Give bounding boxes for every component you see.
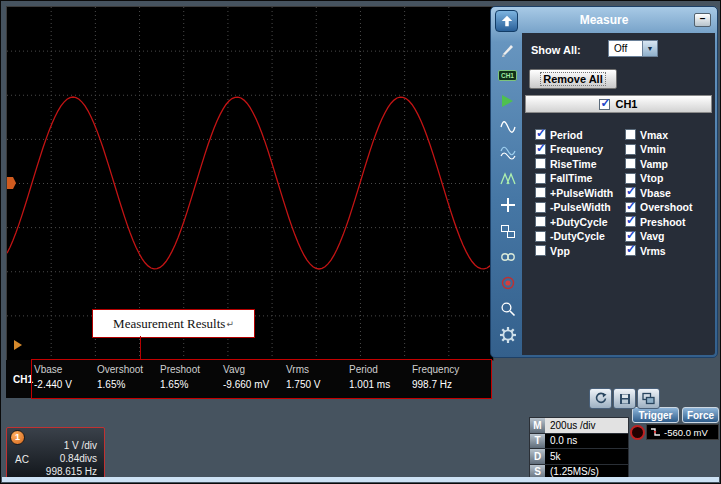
timebase-row[interactable]: M 200us /div [530,418,628,434]
scope-graticule [7,7,493,360]
checkbox[interactable] [535,129,546,140]
measure-option-frequency[interactable]: Frequency [535,144,613,155]
measurement-results-bar: CH1 Vbase -2.440 V Overshoot 1.65% Presh… [6,360,492,398]
measure-option-minus-pulsewidth[interactable]: -PulseWidth [535,202,613,213]
return-mark: ↵ [226,319,234,329]
checkbox[interactable] [535,216,546,227]
checkbox[interactable] [625,216,636,227]
checkbox[interactable] [535,144,546,155]
measurement-value: 1.65% [97,379,160,390]
zoom-waveform-icon[interactable] [497,298,519,320]
measure-option-vpp[interactable]: Vpp [535,245,613,256]
measurement-column: Vavg -9.660 mV [223,364,286,390]
trigger-position-marker[interactable] [14,340,22,350]
measure-options-list: Period Frequency RiseTime FallTime +Puls… [522,129,715,279]
waveform-icon[interactable] [497,116,519,138]
link-icon[interactable] [497,246,519,268]
move-crosshair-icon[interactable] [497,194,519,216]
measure-panel-content: Show All: Off Remove All CH1 Period Freq… [522,33,715,355]
channel-1-badge: 1 [10,430,25,445]
annotation-label: Measurement Results [113,316,225,332]
measure-option-risetime[interactable]: RiseTime [535,158,613,169]
export-window-icon[interactable] [637,388,660,409]
measure-options-left-column: Period Frequency RiseTime FallTime +Puls… [535,129,613,256]
window-bottom-edge [2,477,719,482]
math-waveform-icon[interactable] [497,142,519,164]
checkbox[interactable] [625,158,636,169]
scope-display [6,6,494,361]
channel-1-icon[interactable]: CH1 [497,64,519,86]
checkbox[interactable] [535,173,546,184]
checkbox[interactable] [535,158,546,169]
auto-settings-icon[interactable] [589,388,612,409]
measure-option-overshoot[interactable]: Overshoot [625,202,693,213]
measurement-column: Vrms 1.750 V [286,364,349,390]
measure-option-vrms[interactable]: Vrms [625,245,693,256]
checkbox[interactable] [535,187,546,198]
channel-position-marker[interactable] [7,177,16,189]
checkbox[interactable] [535,202,546,213]
measurement-value: 998.7 Hz [412,379,475,390]
settings-gear-icon[interactable] [497,324,519,346]
measure-panel: Measure – CH1 [490,6,718,358]
minimize-button[interactable]: – [694,13,711,27]
measure-option-vbase[interactable]: Vbase [625,187,693,198]
force-button[interactable]: Force [682,407,719,423]
measure-option-plus-pulsewidth[interactable]: +PulseWidth [535,187,613,198]
falling-edge-icon [650,426,661,438]
show-all-select[interactable]: Off [608,40,658,57]
checkbox[interactable] [625,129,636,140]
measurement-name: Frequency [412,364,475,375]
measure-option-plus-dutycycle[interactable]: +DutyCycle [535,216,613,227]
checkbox[interactable] [625,187,636,198]
measurement-value: -9.660 mV [223,379,286,390]
cursor-icon[interactable] [497,90,519,112]
trigger-button[interactable]: Trigger [632,407,679,423]
channel-info-box[interactable]: 1 AC 1 V /div 0.84divs 998.615 Hz [6,427,105,481]
measure-option-minus-dutycycle[interactable]: -DutyCycle [535,231,613,242]
measurement-name: Period [349,364,412,375]
measurement-name: Preshoot [160,364,223,375]
measure-option-period[interactable]: Period [535,129,613,140]
measure-option-preshoot[interactable]: Preshoot [625,216,693,227]
measurement-channel-label: CH1 [13,374,33,385]
save-icon[interactable] [613,388,636,409]
measurement-value: 1.001 ms [349,379,412,390]
chevron-down-icon[interactable] [642,41,657,56]
checkbox[interactable] [625,231,636,242]
depth-row[interactable]: D 5k [530,449,628,465]
acquisition-panel: M 200us /div T 0.0 ns D 5k S (1.25MS/s) [529,417,629,480]
measure-option-vtop[interactable]: Vtop [625,173,693,184]
dual-waveform-icon[interactable] [497,168,519,190]
record-icon[interactable] [497,272,519,294]
checkbox[interactable] [625,245,636,256]
measurement-columns: Vbase -2.440 V Overshoot 1.65% Preshoot … [34,364,475,390]
checkbox[interactable] [535,231,546,242]
oscilloscope-app-window: CH1 Vbase -2.440 V Overshoot 1.65% Presh… [0,0,721,484]
measurement-name: Vavg [223,364,286,375]
timebase-key: M [530,418,545,433]
measure-options-right-column: Vmax Vmin Vamp Vtop Vbase Overshoot Pres… [625,129,693,256]
checkbox[interactable] [625,173,636,184]
measure-option-vmax[interactable]: Vmax [625,129,693,140]
measure-option-vavg[interactable]: Vavg [625,231,693,242]
sidebar-icon-strip: CH1 [493,34,522,355]
show-all-value: Off [609,41,642,56]
depth-key: D [530,449,545,464]
checkbox[interactable] [625,202,636,213]
ch1-checkbox[interactable] [599,99,610,110]
checkbox[interactable] [625,144,636,155]
remove-all-button[interactable]: Remove All [529,69,617,89]
measure-option-vmin[interactable]: Vmin [625,144,693,155]
ch1-label: CH1 [615,98,637,110]
annotation-callout: Measurement Results↵ [92,309,255,338]
volts-per-div: 1 V /div [64,440,97,451]
measure-option-vamp[interactable]: Vamp [625,158,693,169]
display-windows-icon[interactable] [497,220,519,242]
probe-icon[interactable] [497,38,519,60]
checkbox[interactable] [535,245,546,256]
measure-option-falltime[interactable]: FallTime [535,173,613,184]
channel-select-bar[interactable]: CH1 [525,95,712,113]
trigger-delay-row[interactable]: T 0.0 ns [530,434,628,450]
channel-frequency: 998.615 Hz [46,466,97,477]
